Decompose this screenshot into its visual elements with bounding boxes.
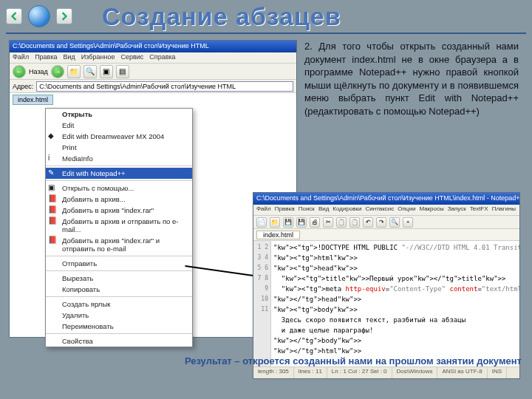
menu-item[interactable]: Правка xyxy=(275,205,295,214)
context-menu-item[interactable]: 📕Добавить в архив "index.rar" и отправит… xyxy=(46,235,192,254)
fwd-button[interactable]: → xyxy=(51,65,64,78)
saveall-icon[interactable]: 💾 xyxy=(296,217,307,228)
cut-icon[interactable]: ✂ xyxy=(323,217,333,228)
result-text: Результат – откроется созданный нами на … xyxy=(185,355,522,366)
undo-icon[interactable]: ↶ xyxy=(363,217,373,228)
status-length: length : 305 xyxy=(253,367,294,378)
open-icon[interactable]: 📁 xyxy=(270,217,280,228)
notepadpp-window: C:\Documents and Settings\Admin\Рабочий … xyxy=(253,192,520,379)
context-menu-item[interactable]: Открыть xyxy=(46,109,192,120)
menubar[interactable]: Файл Правка Вид Избранное Сервис Справка xyxy=(10,52,296,64)
address-input[interactable] xyxy=(36,81,293,92)
redo-icon[interactable]: ↷ xyxy=(376,217,386,228)
file-tabs: index.html xyxy=(253,229,519,241)
nav-next-button[interactable] xyxy=(56,8,72,24)
status-fmt: Dos\Windows xyxy=(392,367,438,378)
npp-menubar[interactable]: ФайлПравкаПоискВидКодировкиСинтаксисОпци… xyxy=(253,205,519,216)
nav-prev-button[interactable] xyxy=(6,8,22,24)
menu-item[interactable]: Файл xyxy=(256,205,271,214)
top-nav: Создание абзацев xyxy=(0,0,532,33)
context-menu-item[interactable]: Свойства xyxy=(46,335,192,347)
context-menu-item[interactable]: Копировать xyxy=(46,284,192,295)
copy-icon[interactable]: 📋 xyxy=(336,217,347,228)
window-titlebar: C:\Documents and Settings\Admin\Рабочий … xyxy=(10,41,296,52)
code-editor[interactable]: "kw"><"tg">!DOCTYPE HTML PUBLIC "-//W3C/… xyxy=(271,241,519,366)
menu-item[interactable]: Справка xyxy=(149,53,175,62)
zoom-icon[interactable]: + xyxy=(403,217,413,228)
menu-item[interactable]: TextFX xyxy=(470,205,488,214)
file-item[interactable]: index.html xyxy=(13,95,53,105)
context-menu-item[interactable]: Edit xyxy=(46,120,192,131)
context-menu-item[interactable]: Удалить xyxy=(46,310,192,321)
status-lines: lines : 11 xyxy=(294,367,327,378)
save-icon[interactable]: 💾 xyxy=(283,217,293,228)
menu-item[interactable]: Поиск xyxy=(299,205,315,214)
menu-item[interactable]: Опции xyxy=(398,205,415,214)
menu-item[interactable]: Вид xyxy=(318,205,329,214)
context-menu-item[interactable]: Вырезать xyxy=(46,273,192,284)
toolbar: ← Назад → 📁 🔍 ▣ ▤ xyxy=(10,64,296,80)
status-ins: INS xyxy=(488,367,507,378)
folders-button[interactable]: ▣ xyxy=(100,65,113,78)
slide-title: Создание абзацев xyxy=(102,2,341,31)
context-menu-item[interactable]: 📕Добавить в архив и отправить по e-mail.… xyxy=(46,216,192,235)
context-menu[interactable]: ОткрытьEdit◆Edit with Dreamweaver MX 200… xyxy=(45,108,193,347)
menu-item[interactable]: Сервис xyxy=(120,53,143,62)
menu-item[interactable]: Плагины xyxy=(492,205,516,214)
back-button[interactable]: ← xyxy=(13,65,26,78)
status-enc: ANSI as UTF-8 xyxy=(437,367,487,378)
address-label: Адрес: xyxy=(13,83,33,90)
new-icon[interactable]: 📄 xyxy=(256,217,267,228)
menu-item[interactable]: Правка xyxy=(35,53,57,62)
context-menu-item[interactable]: 📕Добавить в архив... xyxy=(46,194,192,205)
menu-item[interactable]: Кодировки xyxy=(332,205,361,214)
statusbar: length : 305 lines : 11 Ln : 1 Col : 27 … xyxy=(253,366,519,378)
npp-toolbar: 📄 📁 💾 💾 🖨 ✂ 📋 📋 ↶ ↷ 🔍 + xyxy=(253,216,519,229)
paste-icon[interactable]: 📋 xyxy=(349,217,360,228)
context-menu-item[interactable]: iMediaInfo xyxy=(46,153,192,164)
views-button[interactable]: ▤ xyxy=(116,65,129,78)
context-menu-item[interactable]: Отправить xyxy=(46,258,192,269)
context-menu-item[interactable]: ◆Edit with Dreamweaver MX 2004 xyxy=(46,131,192,142)
menu-item[interactable]: Избранное xyxy=(81,53,115,62)
context-menu-item[interactable]: ✎Edit with Notepad++ xyxy=(46,168,192,179)
back-label: Назад xyxy=(29,68,48,75)
menu-item[interactable]: Синтаксис xyxy=(366,205,395,214)
npp-titlebar: C:\Documents and Settings\Admin\Рабочий … xyxy=(253,193,519,205)
search-button[interactable]: 🔍 xyxy=(83,65,97,78)
find-icon[interactable]: 🔍 xyxy=(389,217,400,228)
context-menu-item[interactable]: Создать ярлык xyxy=(46,299,192,310)
globe-icon xyxy=(28,5,50,27)
up-button[interactable]: 📁 xyxy=(67,65,81,78)
instruction-text: 2. Для того чтобы открыть созданный нами… xyxy=(304,40,519,117)
menu-item[interactable]: Запуск xyxy=(448,205,466,214)
status-pos: Ln : 1 Col : 27 Sel : 0 xyxy=(327,367,392,378)
menu-item[interactable]: Макросы xyxy=(419,205,443,214)
line-gutter: 1 2 3 4 5 6 7 8 9 10 11 xyxy=(253,241,271,366)
menu-item[interactable]: Файл xyxy=(13,53,29,62)
address-bar: Адрес: xyxy=(10,80,296,93)
context-menu-item[interactable]: 📕Добавить в архив "index.rar" xyxy=(46,205,192,216)
context-menu-item[interactable]: Print xyxy=(46,142,192,153)
menu-item[interactable]: Вид xyxy=(64,53,75,62)
file-tab[interactable]: index.html xyxy=(256,231,300,239)
context-menu-item[interactable]: ▣Открыть с помощью... xyxy=(46,183,192,194)
print-icon[interactable]: 🖨 xyxy=(310,217,320,228)
context-menu-item[interactable]: Переименовать xyxy=(46,321,192,332)
